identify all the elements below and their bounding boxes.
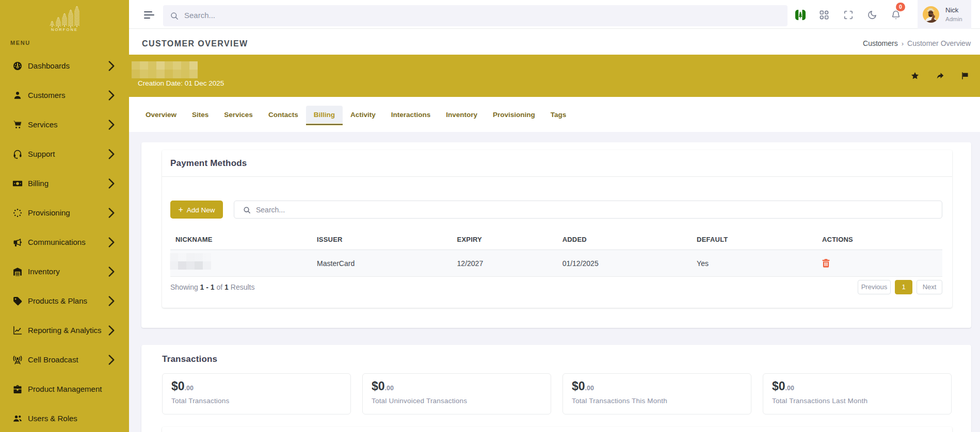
svg-text:NORFONE: NORFONE <box>51 27 78 31</box>
